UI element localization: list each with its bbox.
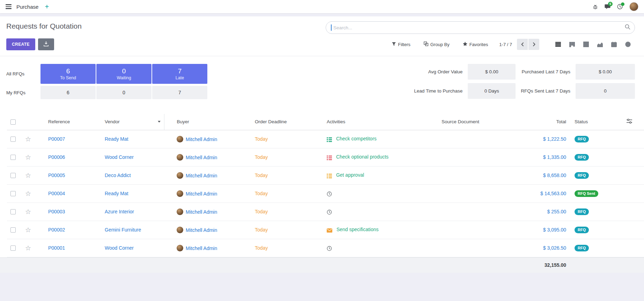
group-by-button[interactable]: Group By	[422, 41, 452, 47]
activity-link[interactable]: Check optional products	[336, 154, 388, 160]
vendor-link[interactable]: Deco Addict	[105, 172, 131, 178]
view-calendar-button[interactable]	[607, 38, 621, 50]
favorite-star-icon[interactable]: ☆	[25, 244, 31, 252]
app-menu-purchase[interactable]: Purchase	[16, 4, 38, 10]
pager-previous-button[interactable]	[517, 39, 528, 50]
tile-to-send[interactable]: 6 To Send	[40, 64, 96, 84]
favorite-star-icon[interactable]: ☆	[25, 226, 31, 234]
activity-link[interactable]: Check competitors	[336, 136, 377, 141]
table-row[interactable]: ☆ P00007 Ready Mat Mitchell Admin Today	[7, 130, 644, 148]
reference-link[interactable]: P00004	[48, 191, 65, 196]
buyer-link[interactable]: Mitchell Admin	[186, 137, 217, 142]
text-cursor	[331, 24, 332, 31]
pager-next-button[interactable]	[528, 39, 539, 50]
tile-late[interactable]: 7 Late	[152, 64, 207, 84]
row-checkbox[interactable]	[10, 155, 16, 160]
stat-value-purchased-last-7-days: $ 0.00	[576, 64, 635, 80]
activity-type-icon[interactable]	[327, 227, 332, 233]
search-input[interactable]	[333, 25, 625, 31]
buyer-link[interactable]: Mitchell Admin	[186, 245, 217, 251]
stat-label-rfqs-sent-last-7-days: RFQs Sent Last 7 Days	[521, 88, 570, 94]
favorite-star-icon[interactable]: ☆	[25, 154, 31, 161]
row-checkbox[interactable]	[10, 245, 16, 251]
search-icon[interactable]	[625, 24, 630, 31]
row-checkbox[interactable]	[10, 137, 16, 142]
vendor-link[interactable]: Ready Mat	[105, 136, 128, 142]
view-graph-button[interactable]	[593, 38, 607, 50]
buyer-link[interactable]: Mitchell Admin	[186, 227, 217, 233]
optional-columns-icon[interactable]	[627, 119, 632, 125]
activity-type-icon[interactable]	[327, 172, 332, 178]
column-header-source-document[interactable]: Source Document	[431, 114, 513, 130]
download-icon	[44, 41, 49, 47]
vendor-link[interactable]: Wood Corner	[105, 245, 134, 251]
favorite-star-icon[interactable]: ☆	[25, 172, 31, 179]
activity-type-icon[interactable]	[327, 191, 332, 197]
bug-icon[interactable]	[593, 4, 598, 9]
export-button[interactable]	[38, 38, 54, 50]
filters-button[interactable]: Filters	[390, 42, 412, 47]
buyer-link[interactable]: Mitchell Admin	[186, 191, 217, 197]
favorite-star-icon[interactable]: ☆	[25, 135, 31, 143]
column-header-total[interactable]: Total	[513, 114, 570, 130]
column-header-reference[interactable]: Reference	[37, 114, 94, 130]
messages-icon[interactable]: 5	[605, 4, 610, 9]
buyer-link[interactable]: Mitchell Admin	[186, 155, 217, 160]
row-checkbox[interactable]	[10, 209, 16, 214]
column-header-vendor[interactable]: Vendor	[94, 114, 164, 130]
favorite-star-icon[interactable]: ☆	[25, 208, 31, 215]
column-header-order-deadline[interactable]: Order Deadline	[244, 114, 314, 130]
activity-type-icon[interactable]	[327, 154, 332, 160]
activity-link[interactable]: Send specifications	[336, 227, 379, 232]
reference-link[interactable]: P00005	[48, 172, 65, 178]
status-badge: RFQ	[575, 227, 589, 233]
my-tile-late[interactable]: 7	[152, 86, 207, 99]
view-pivot-button[interactable]	[579, 38, 593, 50]
vendor-link[interactable]: Wood Corner	[105, 154, 134, 160]
vendor-link[interactable]: Ready Mat	[105, 191, 128, 196]
buyer-link[interactable]: Mitchell Admin	[186, 209, 217, 215]
activity-type-icon[interactable]	[327, 136, 332, 142]
table-row[interactable]: ☆ P00002 Gemini Furniture Mitchell Admin…	[7, 221, 644, 239]
favorite-star-icon[interactable]: ☆	[25, 190, 31, 197]
search-box[interactable]	[326, 21, 635, 34]
select-all-checkbox[interactable]	[10, 119, 16, 125]
group-icon	[424, 42, 428, 47]
tile-waiting[interactable]: 0 Waiting	[96, 64, 151, 84]
status-badge: RFQ	[575, 208, 589, 215]
reference-link[interactable]: P00003	[48, 209, 65, 214]
view-list-button[interactable]	[551, 38, 565, 50]
reference-link[interactable]: P00007	[48, 136, 65, 142]
view-activity-button[interactable]	[621, 38, 635, 50]
my-tile-waiting[interactable]: 0	[96, 86, 151, 99]
reference-link[interactable]: P00001	[48, 245, 65, 251]
row-checkbox[interactable]	[10, 173, 16, 178]
plus-icon[interactable]: +	[45, 3, 49, 10]
apps-menu-icon[interactable]	[6, 4, 12, 9]
vendor-link[interactable]: Azure Interior	[105, 209, 134, 214]
table-row[interactable]: ☆ P00006 Wood Corner Mitchell Admin Toda…	[7, 148, 644, 166]
favorites-button[interactable]: Favorites	[461, 41, 490, 47]
column-header-activities[interactable]: Activities	[314, 114, 431, 130]
column-header-buyer[interactable]: Buyer	[164, 114, 244, 130]
vendor-link[interactable]: Gemini Furniture	[105, 227, 141, 233]
activities-clock-icon[interactable]	[617, 4, 623, 9]
stat-label-avg-order-value: Avg Order Value	[414, 69, 462, 74]
table-row[interactable]: ☆ P00005 Deco Addict Mitchell Admin Toda…	[7, 166, 644, 184]
column-header-status[interactable]: Status	[570, 114, 614, 130]
row-checkbox[interactable]	[10, 227, 16, 233]
my-tile-to-send[interactable]: 6	[40, 86, 96, 99]
create-button[interactable]: CREATE	[6, 38, 35, 50]
table-row[interactable]: ☆ P00004 Ready Mat Mitchell Admin Today	[7, 184, 644, 203]
user-avatar[interactable]	[629, 2, 638, 11]
reference-link[interactable]: P00002	[48, 227, 65, 233]
table-row[interactable]: ☆ P00001 Wood Corner Mitchell Admin Toda…	[7, 239, 644, 257]
reference-link[interactable]: P00006	[48, 154, 65, 160]
table-row[interactable]: ☆ P00003 Azure Interior Mitchell Admin T…	[7, 203, 644, 221]
row-checkbox[interactable]	[10, 191, 16, 196]
view-kanban-button[interactable]	[565, 38, 579, 50]
activity-type-icon[interactable]	[327, 245, 332, 251]
buyer-link[interactable]: Mitchell Admin	[186, 173, 217, 178]
activity-link[interactable]: Get approval	[336, 172, 364, 178]
activity-type-icon[interactable]	[327, 209, 332, 215]
